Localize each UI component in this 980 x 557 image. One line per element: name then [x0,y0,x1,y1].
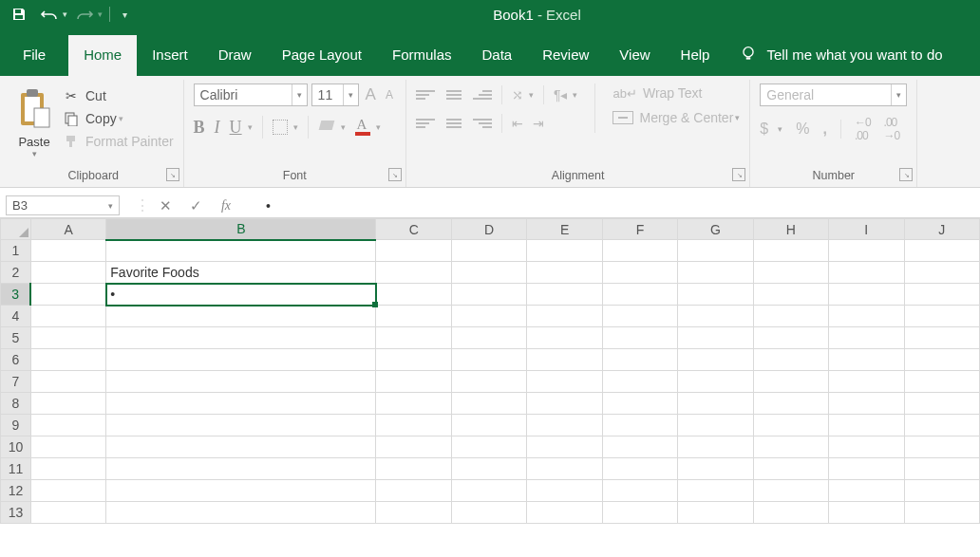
clipboard-launcher[interactable] [166,168,179,181]
cell-C1[interactable] [376,240,451,262]
percent-format-button[interactable]: % [796,121,809,138]
cell-J10[interactable] [904,436,979,458]
decrease-decimal-button[interactable]: .00→0 [884,116,900,142]
row-header-3[interactable]: 3 [1,284,31,306]
cell-G13[interactable] [678,502,753,524]
column-header-A[interactable]: A [30,219,105,240]
column-header-J[interactable]: J [904,219,979,240]
font-color-dropdown-icon[interactable]: ▾ [376,122,381,132]
cancel-button[interactable]: ✕ [150,194,180,217]
cell-B13[interactable] [106,502,376,524]
cell-C4[interactable] [376,306,451,327]
cell-C8[interactable] [376,393,451,415]
rtl-dropdown-icon[interactable]: ▾ [573,90,577,100]
cell-I2[interactable] [829,262,904,284]
cell-G3[interactable] [678,284,753,306]
cell-C5[interactable] [376,327,451,349]
cell-E8[interactable] [527,393,602,415]
cell-C9[interactable] [376,415,451,436]
cell-B10[interactable] [106,436,376,458]
cell-D1[interactable] [451,240,526,262]
cell-B1[interactable] [106,240,376,262]
alignment-launcher[interactable] [732,168,745,181]
font-launcher[interactable] [388,168,402,181]
cell-A13[interactable] [30,502,105,524]
cell-E7[interactable] [527,371,602,393]
align-top-button[interactable] [416,88,435,102]
cell-A5[interactable] [30,327,105,349]
cell-E6[interactable] [527,349,602,371]
cell-H11[interactable] [753,458,828,480]
chevron-down-icon[interactable]: ▾ [102,201,119,211]
cell-A4[interactable] [30,306,105,327]
column-header-I[interactable]: I [829,219,904,240]
insert-function-button[interactable]: fx [211,194,241,217]
cell-D9[interactable] [451,415,526,436]
save-button[interactable] [6,4,32,25]
name-box[interactable]: B3 ▾ [6,195,120,215]
row-header-8[interactable]: 8 [1,393,31,415]
cell-D6[interactable] [451,349,526,371]
cell-H2[interactable] [753,262,828,284]
tab-help[interactable]: Help [666,35,726,76]
tell-me-search[interactable]: Tell me what you want to do [725,46,957,76]
cell-G9[interactable] [678,415,753,436]
redo-dropdown-icon[interactable]: ▾ [98,9,103,19]
cell-B2[interactable]: Favorite Foods [106,262,376,284]
cell-A1[interactable] [30,240,105,262]
cell-I5[interactable] [829,327,904,349]
qat-customize-button[interactable]: ▾ [117,4,132,25]
cell-G2[interactable] [678,262,753,284]
cell-A6[interactable] [30,349,105,371]
underline-dropdown-icon[interactable]: ▾ [248,122,253,132]
borders-button[interactable] [273,120,288,135]
cell-D11[interactable] [451,458,526,480]
tab-formulas[interactable]: Formulas [377,35,467,76]
cell-A3[interactable] [30,284,105,306]
cell-I4[interactable] [829,306,904,327]
row-header-12[interactable]: 12 [1,480,31,502]
align-center-button[interactable] [444,117,463,130]
tab-draw[interactable]: Draw [203,35,267,76]
cell-H12[interactable] [753,480,828,502]
font-name-combo[interactable]: Calibri ▾ [194,84,308,106]
cell-D2[interactable] [451,262,526,284]
merge-center-button[interactable]: Merge & Center ▾ [612,110,740,125]
accounting-format-button[interactable]: $ [760,121,768,138]
row-header-6[interactable]: 6 [1,349,31,371]
column-header-B[interactable]: B [106,219,376,240]
cell-H10[interactable] [753,436,828,458]
cell-H9[interactable] [753,415,828,436]
cell-J11[interactable] [904,458,979,480]
cell-D10[interactable] [451,436,526,458]
cell-E10[interactable] [527,436,602,458]
cell-D13[interactable] [451,502,526,524]
cell-H3[interactable] [753,284,828,306]
cell-J5[interactable] [904,327,979,349]
copy-dropdown-icon[interactable]: ▾ [119,114,123,123]
cell-J12[interactable] [904,480,979,502]
undo-button[interactable] [36,4,63,25]
row-header-5[interactable]: 5 [1,327,31,349]
cell-G5[interactable] [678,327,753,349]
cell-C2[interactable] [376,262,451,284]
redo-button[interactable] [71,4,98,25]
cell-I7[interactable] [829,371,904,393]
cell-J9[interactable] [904,415,979,436]
tab-insert[interactable]: Insert [137,35,203,76]
accounting-dropdown-icon[interactable]: ▾ [778,124,782,134]
row-header-7[interactable]: 7 [1,371,31,393]
cell-F6[interactable] [602,349,677,371]
cell-G10[interactable] [678,436,753,458]
tab-file[interactable]: File [0,35,68,76]
cell-J3[interactable] [904,284,979,306]
cell-B9[interactable] [106,415,376,436]
cell-J13[interactable] [904,502,979,524]
cell-A12[interactable] [30,480,105,502]
row-header-9[interactable]: 9 [1,415,31,436]
cell-B11[interactable] [106,458,376,480]
fill-dropdown-icon[interactable]: ▾ [341,122,346,132]
cell-F9[interactable] [602,415,677,436]
cell-G1[interactable] [678,240,753,262]
cell-A7[interactable] [30,371,105,393]
